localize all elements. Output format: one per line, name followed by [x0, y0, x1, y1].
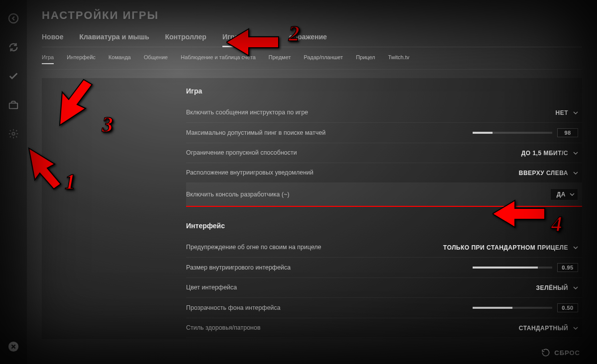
left-sidebar [0, 0, 27, 364]
row-friendly-fire: Предупреждение об огне по своим на прице… [186, 238, 582, 258]
dropdown-bandwidth[interactable]: ДО 1,5 МБИТ/С [521, 150, 578, 157]
value-notif-position: ВВЕРХУ СЛЕВА [519, 170, 568, 177]
label-instructor-messages: Включить сообщения инструктора по игре [186, 108, 308, 117]
label-dev-console: Включить консоль разработчика (~) [186, 190, 290, 199]
chevron-down-icon [573, 151, 578, 156]
main-tabs: Новое Клавиатура и мышь Контроллер Игра … [42, 33, 582, 47]
label-notif-position: Расположение внутриигровых уведомлений [186, 169, 313, 177]
page-title: НАСТРОЙКИ ИГРЫ [42, 9, 582, 22]
chevron-down-icon [573, 285, 578, 290]
svg-rect-1 [9, 103, 18, 108]
slider-hud-scale[interactable] [473, 267, 552, 269]
label-bandwidth: Ограничение пропускной способности [186, 149, 297, 157]
dropdown-friendly-fire[interactable]: ТОЛЬКО ПРИ СТАНДАРТНОМ ПРИЦЕЛЕ [443, 244, 578, 251]
label-hud-bg-alpha: Прозрачность фона интерфейса [186, 304, 281, 312]
label-friendly-fire: Предупреждение об огне по своим на прице… [186, 243, 321, 252]
row-hud-scale: Размер внутриигрового интерфейса 0.95 [186, 258, 582, 278]
check-icon[interactable] [6, 69, 21, 84]
value-bandwidth: ДО 1,5 МБИТ/С [521, 150, 568, 157]
row-hud-color: Цвет интерфейса ЗЕЛЁНЫЙ [186, 278, 582, 298]
row-dev-console: Включить консоль разработчика (~) ДА [186, 183, 582, 207]
label-hud-color: Цвет интерфейса [186, 283, 237, 292]
subtab-interface[interactable]: Интерфейс [67, 54, 96, 64]
dropdown-hud-color[interactable]: ЗЕЛЁНЫЙ [536, 284, 578, 291]
chevron-down-icon [570, 192, 575, 197]
label-max-ping: Максимально допустимый пинг в поиске мат… [186, 129, 325, 137]
row-instructor-messages: Включить сообщения инструктора по игре Н… [186, 103, 582, 123]
subtab-comm[interactable]: Общение [144, 54, 168, 64]
section-title-interface: Интерфейс [186, 222, 582, 230]
tab-controller[interactable]: Контроллер [165, 33, 206, 47]
value-hud-color: ЗЕЛЁНЫЙ [536, 284, 568, 291]
dropdown-health-ammo[interactable]: СТАНДАРТНЫЙ [519, 325, 578, 332]
subtab-spectate[interactable]: Наблюдение и таблица счёта [181, 54, 256, 64]
reset-button[interactable]: СБРОС [541, 348, 580, 357]
tab-display[interactable]: ображение [289, 33, 327, 47]
tab-game[interactable]: Игра [222, 33, 238, 47]
reset-label: СБРОС [554, 349, 580, 357]
sub-tabs: Игра Интерфейс Команда Общение Наблюдени… [42, 47, 582, 70]
settings-body: Игра Включить сообщения инструктора по и… [42, 78, 582, 339]
gear-icon[interactable] [6, 126, 21, 141]
section-interface: Интерфейс Предупреждение об огне по свои… [42, 207, 582, 338]
row-health-ammo: Стиль здоровья/патронов СТАНДАРТНЫЙ [186, 318, 582, 338]
dropdown-instructor-messages[interactable]: НЕТ [556, 109, 579, 116]
subtab-game[interactable]: Игра [42, 54, 54, 64]
row-notif-position: Расположение внутриигровых уведомлений В… [186, 163, 582, 183]
slider-max-ping[interactable] [473, 132, 552, 134]
subtab-twitch[interactable]: Twitch.tv [388, 54, 409, 64]
back-icon[interactable] [6, 11, 21, 26]
tab-new[interactable]: Новое [42, 33, 63, 47]
dropdown-notif-position[interactable]: ВВЕРХУ СЛЕВА [519, 170, 578, 177]
row-bandwidth: Ограничение пропускной способности ДО 1,… [186, 143, 582, 163]
row-max-ping: Максимально допустимый пинг в поиске мат… [186, 123, 582, 143]
briefcase-icon[interactable] [6, 97, 21, 112]
value-health-ammo: СТАНДАРТНЫЙ [519, 325, 568, 332]
label-hud-scale: Размер внутриигрового интерфейса [186, 264, 291, 272]
value-friendly-fire: ТОЛЬКО ПРИ СТАНДАРТНОМ ПРИЦЕЛЕ [443, 244, 568, 251]
subtab-crosshair[interactable]: Прицел [356, 54, 375, 64]
svg-point-0 [9, 14, 18, 23]
subtab-item[interactable]: Предмет [269, 54, 291, 64]
value-max-ping[interactable]: 98 [557, 128, 578, 137]
value-dev-console: ДА [557, 191, 566, 198]
label-health-ammo: Стиль здоровья/патронов [186, 324, 261, 332]
refresh-icon[interactable] [6, 40, 21, 55]
tab-keyboard[interactable]: Клавиатура и мышь [79, 33, 149, 47]
close-icon[interactable] [6, 339, 21, 354]
value-instructor-messages: НЕТ [556, 109, 569, 116]
reset-icon [541, 348, 550, 357]
subtab-radar[interactable]: Радар/планшет [303, 54, 343, 64]
row-hud-bg-alpha: Прозрачность фона интерфейса 0.50 [186, 298, 582, 318]
dropdown-dev-console[interactable]: ДА [550, 188, 578, 200]
value-hud-scale[interactable]: 0.95 [557, 263, 578, 272]
subtab-team[interactable]: Команда [108, 54, 131, 64]
control-hud-scale: 0.95 [473, 263, 578, 272]
chevron-down-icon [573, 326, 578, 331]
chevron-down-icon [573, 171, 578, 176]
slider-hud-bg-alpha[interactable] [473, 307, 552, 309]
value-hud-bg-alpha[interactable]: 0.50 [557, 303, 578, 312]
control-dev-console: ДА [550, 188, 578, 200]
chevron-down-icon [573, 245, 578, 250]
svg-point-2 [12, 132, 15, 135]
control-max-ping: 98 [473, 128, 578, 137]
chevron-down-icon [573, 110, 578, 115]
control-hud-bg-alpha: 0.50 [473, 303, 578, 312]
section-title-game: Игра [186, 87, 582, 95]
section-game: Игра Включить сообщения инструктора по и… [42, 78, 582, 207]
main-panel: НАСТРОЙКИ ИГРЫ Новое Клавиатура и мышь К… [27, 0, 597, 364]
